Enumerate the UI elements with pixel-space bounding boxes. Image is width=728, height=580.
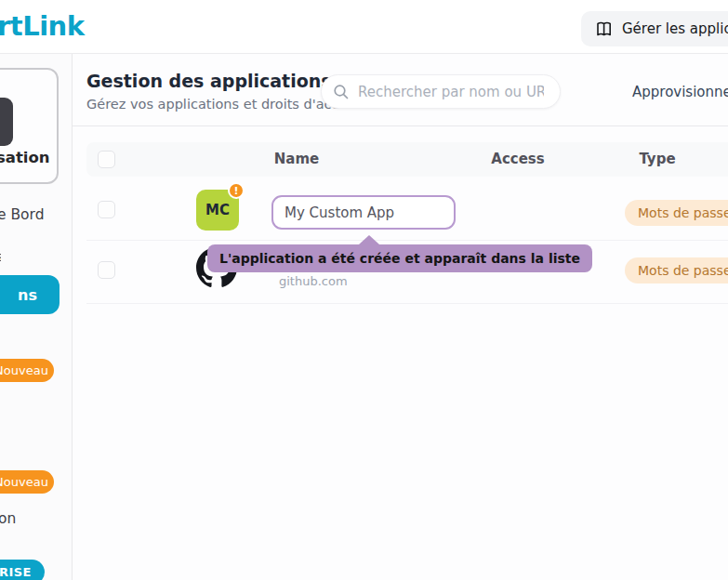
- column-header-access: Access: [481, 151, 555, 167]
- page-subtitle: Gérez vos applications et droits d'accès: [86, 97, 354, 112]
- provisioning-link[interactable]: Approvisionnement: [632, 84, 728, 100]
- app-window: rtLink Gérer les applications sation e B…: [0, 0, 728, 580]
- sidebar-item-users[interactable]: s: [0, 249, 1, 264]
- search-box: [321, 74, 561, 109]
- book-icon: [595, 20, 614, 38]
- organization-icon: [0, 98, 13, 146]
- app-name-input[interactable]: [271, 195, 456, 230]
- plan-badge: PRISE: [0, 560, 45, 580]
- avatar-initials: MC: [205, 202, 230, 218]
- main-content: Gestion des applications Gérez vos appli…: [73, 54, 728, 580]
- page-title: Gestion des applications: [86, 71, 332, 91]
- sidebar-item-dashboard[interactable]: e Bord: [0, 206, 45, 223]
- new-badge: Nouveau: [0, 359, 54, 382]
- select-all-checkbox[interactable]: [98, 151, 115, 168]
- type-badge: Mots de passe: [625, 200, 728, 226]
- column-header-name: Name: [259, 151, 334, 167]
- header-divider: [73, 125, 728, 126]
- search-input[interactable]: [358, 84, 544, 100]
- tooltip-text: L'application a été créée et apparaît da…: [219, 251, 580, 266]
- table-header-row: Name Access Type: [86, 142, 728, 177]
- app-logo[interactable]: rtLink: [0, 10, 85, 42]
- alert-badge-icon: !: [228, 182, 245, 199]
- manage-apps-label: Gérer les applications: [622, 20, 728, 37]
- app-url: github.com: [279, 274, 348, 288]
- sidebar-item-applications-active[interactable]: ns: [0, 275, 60, 314]
- app-avatar: MC !: [196, 190, 239, 231]
- tooltip-arrow-icon: [359, 235, 379, 244]
- row-checkbox[interactable]: [98, 261, 115, 279]
- new-badge: Nouveau: [0, 470, 54, 494]
- search-icon: [333, 84, 350, 100]
- table-row: MC ! Mots de passe: [86, 178, 728, 241]
- sidebar: sation e Bord s ns Nouveau Nouveau on PR…: [0, 54, 73, 580]
- row-checkbox[interactable]: [98, 201, 115, 218]
- organization-label: sation: [0, 149, 50, 166]
- manage-apps-button[interactable]: Gérer les applications: [581, 11, 728, 46]
- type-badge: Mots de passe: [625, 257, 728, 283]
- sidebar-item-configuration[interactable]: on: [0, 510, 16, 527]
- column-header-type: Type: [620, 151, 695, 167]
- top-header: rtLink Gérer les applications: [0, 0, 728, 54]
- success-tooltip: L'application a été créée et apparaît da…: [207, 244, 592, 272]
